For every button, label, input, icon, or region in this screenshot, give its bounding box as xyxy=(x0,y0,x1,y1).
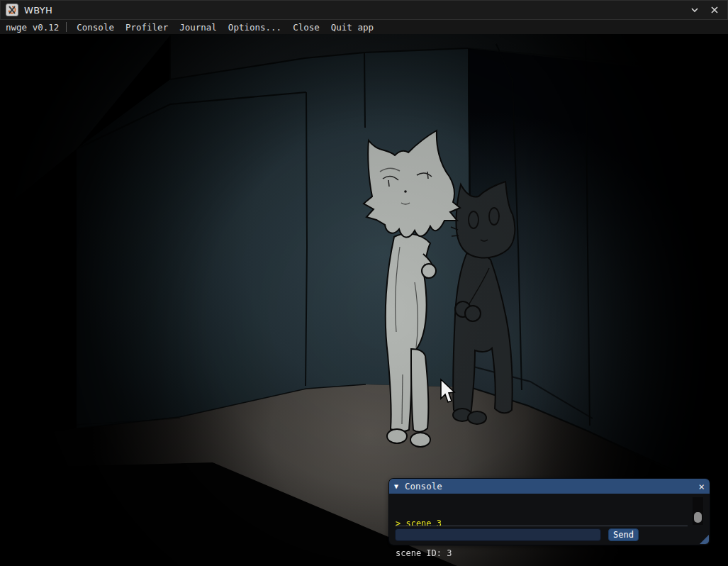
nwge-logo-icon xyxy=(7,5,17,15)
console-resize-handle[interactable] xyxy=(700,535,709,544)
console-panel-body: > scene 3 scene ID: 3 Send xyxy=(389,494,710,545)
menu-item-console[interactable]: Console xyxy=(71,21,120,34)
engine-version-label: nwge v0.12 xyxy=(0,22,66,33)
console-input-row: Send xyxy=(395,528,639,541)
menu-item-close[interactable]: Close xyxy=(287,21,325,34)
console-log-line: > scene 3 xyxy=(396,518,688,528)
menu-item-quit-app[interactable]: Quit app xyxy=(325,21,379,34)
console-close-icon[interactable]: × xyxy=(699,482,705,492)
minimize-button[interactable] xyxy=(687,2,702,18)
app-icon xyxy=(6,4,18,16)
window-title: WBYH xyxy=(24,5,52,16)
collapse-triangle-icon[interactable]: ▼ xyxy=(394,483,398,490)
console-scrollbar[interactable] xyxy=(693,497,703,525)
console-log-line: scene ID: 3 xyxy=(396,548,688,558)
console-divider xyxy=(395,526,688,526)
console-scrollbar-thumb[interactable] xyxy=(694,512,702,523)
menu-bar: nwge v0.12 Console Profiler Journal Opti… xyxy=(0,20,728,34)
send-button[interactable]: Send xyxy=(608,528,639,541)
menu-item-journal[interactable]: Journal xyxy=(174,21,223,34)
menu-item-profiler[interactable]: Profiler xyxy=(120,21,174,34)
close-icon xyxy=(710,6,719,14)
console-panel-title: Console xyxy=(405,481,442,492)
console-panel-titlebar[interactable]: ▼ Console × xyxy=(389,479,710,494)
window-titlebar[interactable]: WBYH xyxy=(0,0,728,20)
app-window: WBYH nwge v0.12 Console Profiler Journal… xyxy=(0,0,728,566)
chevron-down-icon xyxy=(690,6,699,14)
console-command-input[interactable] xyxy=(395,528,601,541)
menu-item-options[interactable]: Options... xyxy=(223,21,287,34)
close-window-button[interactable] xyxy=(707,2,722,18)
menu-separator xyxy=(66,22,67,32)
console-panel: ▼ Console × > scene 3 scene ID: 3 Send xyxy=(389,479,710,545)
